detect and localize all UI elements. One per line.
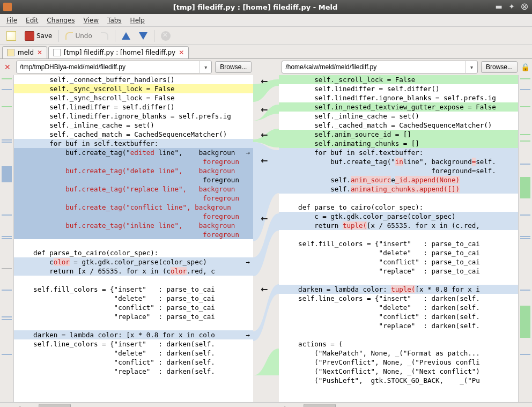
code-line: self._connect_buffer_handlers() <box>14 75 253 84</box>
merge-left-arrow-icon[interactable]: ← <box>261 156 268 166</box>
scroll-thumb[interactable] <box>304 404 336 408</box>
merge-right-arrow-icon[interactable]: → <box>246 148 250 157</box>
merge-right-arrow-icon[interactable]: → <box>246 257 250 267</box>
left-path-combo[interactable] <box>16 61 212 73</box>
code-line: self.linediffer.ignore_blanks = self.pre… <box>14 112 253 121</box>
menu-edit[interactable]: Edit <box>21 15 42 26</box>
right-hscroll[interactable]: ◂ <box>279 403 518 407</box>
code-line: for buf in self.textbuffer: <box>279 148 518 157</box>
code-line: c = gtk.gdk.color_parse(color_spec) <box>279 212 518 221</box>
code-line: self._sync_hscroll_lock = False <box>14 93 253 102</box>
merge-left-arrow-icon[interactable]: ← <box>261 284 268 294</box>
code-line: for buf in self.textbuffer: <box>14 139 253 148</box>
prev-diff-button[interactable] <box>119 30 134 42</box>
tab-label: [tmp] filediff.py : [home] filediff.py <box>64 49 175 56</box>
left-browse-button[interactable]: Browse... <box>215 61 252 73</box>
redo-icon <box>101 32 108 40</box>
code-line: "conflict" : parse_to_cai <box>14 303 253 312</box>
dropdown-icon[interactable] <box>200 61 211 73</box>
code-line: self._scroll_lock = False <box>279 75 518 84</box>
stop-button[interactable] <box>158 29 174 43</box>
next-diff-button[interactable] <box>136 30 151 42</box>
right-browse-button[interactable]: Browse... <box>481 61 518 73</box>
save-label: Save <box>36 32 52 40</box>
dropdown-icon[interactable] <box>466 61 477 73</box>
merge-left-arrow-icon[interactable]: ← <box>261 213 268 224</box>
tab-meld[interactable]: meld ✕ <box>2 46 47 58</box>
undo-label: Undo <box>75 32 92 40</box>
right-path-input[interactable] <box>282 61 466 73</box>
file-icon <box>53 49 61 56</box>
code-line: buf.create_tag("conflict line", backgrou… <box>14 203 253 212</box>
right-path-combo[interactable] <box>282 61 478 73</box>
code-line: foregroun <box>14 157 253 166</box>
merge-left-arrow-icon[interactable]: ← <box>261 130 268 140</box>
merge-left-arrow-icon[interactable]: ← <box>261 105 268 115</box>
code-line: buf.create_tag("inline", background=self… <box>279 157 518 166</box>
close-window-button[interactable]: ⊗ <box>520 3 529 11</box>
code-line: self._cached_match = CachedSequenceMatch… <box>14 130 253 139</box>
path-row: ✕ Browse... Browse... 🔒 <box>0 59 532 75</box>
code-line: self.linediffer = self.differ() <box>14 102 253 112</box>
code-line: foregroun <box>14 175 253 184</box>
code-line: buf.create_tag("edited line", backgroun→ <box>14 148 253 157</box>
code-line <box>14 276 253 285</box>
code-line: self.anim_source_id.append(None) <box>279 175 518 184</box>
code-line: buf.create_tag("replace line", backgroun <box>14 184 253 194</box>
code-line: "replace" : parse_to_cai <box>279 267 518 276</box>
menu-file[interactable]: File <box>2 15 21 26</box>
code-line: foregroun <box>14 212 253 221</box>
code-line: darken = lambda color: tuple([x * 0.8 fo… <box>279 285 518 294</box>
code-line <box>14 321 253 330</box>
titlebar: [tmp] filediff.py : [home] filediff.py -… <box>0 0 532 14</box>
left-minimap[interactable] <box>0 75 14 402</box>
right-minimap[interactable] <box>518 75 532 402</box>
code-line: color = gtk.gdk.color_parse(color_spec)→ <box>14 257 253 267</box>
scroll-thumb[interactable] <box>39 404 71 408</box>
lock-icon[interactable]: 🔒 <box>521 63 530 71</box>
diff-area: self._connect_buffer_handlers() self._sy… <box>0 75 532 402</box>
code-line <box>279 194 518 203</box>
code-line: self.animating_chunks.append([]) <box>279 184 518 194</box>
minimize-button[interactable]: ▬ <box>494 3 503 11</box>
folder-icon <box>7 49 14 56</box>
right-code-pane[interactable]: self._scroll_lock = False self.linediffe… <box>279 75 518 402</box>
code-line: self.fill_colors = {"insert" : parse_to_… <box>14 285 253 294</box>
menubar: File Edit Changes View Tabs Help <box>0 14 532 27</box>
menu-view[interactable]: View <box>79 15 103 26</box>
code-line: foregroun <box>14 230 253 239</box>
code-line: return [x / 65535. for x in (color.red, … <box>14 267 253 276</box>
window-title: [tmp] filediff.py : [home] filediff.py -… <box>16 3 494 11</box>
code-line <box>279 330 518 339</box>
merge-left-arrow-icon[interactable]: ← <box>261 76 268 86</box>
code-line: "delete" : darken(self. <box>14 349 253 358</box>
separator <box>58 30 59 42</box>
code-line <box>14 239 253 248</box>
new-button[interactable] <box>3 29 19 43</box>
close-diff-button[interactable]: ✕ <box>2 63 13 71</box>
code-line: "delete" : parse_to_cai <box>279 248 518 257</box>
left-path-input[interactable] <box>17 61 200 73</box>
tab-filediff[interactable]: [tmp] filediff.py : [home] filediff.py ✕ <box>48 46 189 58</box>
undo-button[interactable]: Undo <box>62 30 95 42</box>
stop-icon <box>161 31 171 41</box>
code-line: "replace" : darken(self. <box>279 321 518 330</box>
center-gutter: ← ← ← ← ← ← <box>253 75 279 402</box>
code-line: self.animating_chunks = [] <box>279 139 518 148</box>
code-line: actions = ( <box>279 339 518 349</box>
tab-close-icon[interactable]: ✕ <box>179 49 184 56</box>
tab-close-icon[interactable]: ✕ <box>37 49 42 56</box>
code-line: self.linediffer.ignore_blanks = self.pre… <box>279 93 518 102</box>
save-button[interactable]: Save <box>21 29 55 43</box>
menu-tabs[interactable]: Tabs <box>103 15 126 26</box>
code-line: "conflict" : darken(self. <box>14 358 253 367</box>
merge-right-arrow-icon[interactable]: → <box>246 330 250 339</box>
maximize-button[interactable]: ✦ <box>507 3 516 11</box>
left-hscroll[interactable]: ◂ <box>14 403 253 407</box>
menu-help[interactable]: Help <box>126 15 149 26</box>
redo-button[interactable] <box>98 30 112 42</box>
code-line: "conflict" : darken(self. <box>279 312 518 321</box>
left-code-pane[interactable]: self._connect_buffer_handlers() self._sy… <box>14 75 253 402</box>
code-line: self.line_colors = {"insert" : darken(se… <box>279 294 518 303</box>
menu-changes[interactable]: Changes <box>42 15 79 26</box>
